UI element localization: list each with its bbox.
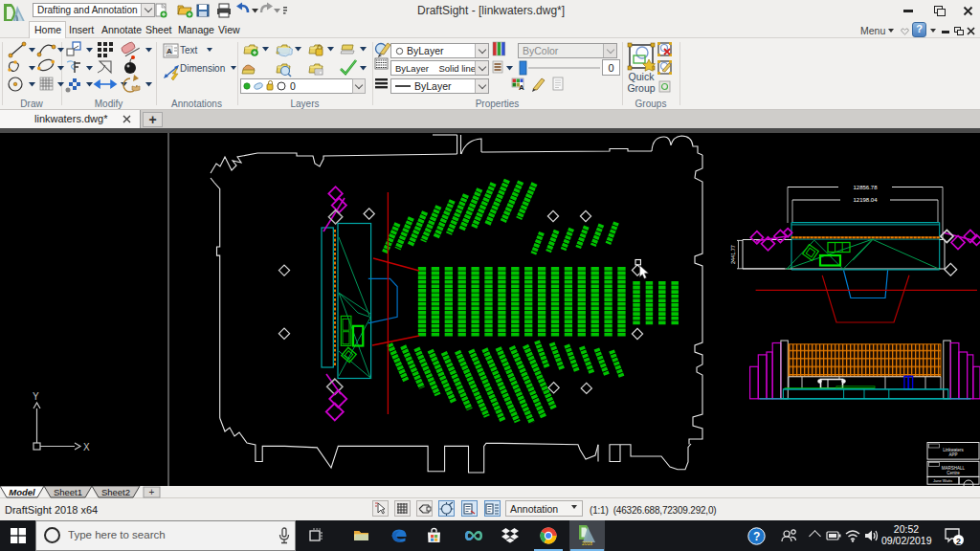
svg-text:A: A — [519, 83, 524, 92]
svg-text:MARSHALL: MARSHALL — [942, 466, 966, 471]
svg-text:2018: 2018 — [582, 540, 592, 546]
svg-text:Linkwaters: Linkwaters — [943, 448, 964, 452]
svg-text:?: ? — [753, 530, 760, 543]
svg-text:12198.04: 12198.04 — [853, 197, 878, 203]
svg-text:Sheet2: Sheet2 — [101, 487, 130, 497]
svg-text:Centre: Centre — [947, 471, 960, 475]
svg-text:Model: Model — [9, 487, 35, 497]
svg-text:Sheet1: Sheet1 — [54, 487, 82, 497]
svg-text:APP: APP — [948, 452, 957, 457]
svg-text:+: + — [149, 487, 155, 497]
svg-text:Jane Watts: Jane Watts — [933, 478, 952, 483]
svg-text:0: 0 — [290, 80, 296, 92]
svg-text:2441.77: 2441.77 — [730, 245, 736, 264]
svg-text:Y: Y — [33, 391, 39, 402]
svg-text:A: A — [167, 47, 172, 55]
svg-text:2: 2 — [956, 537, 961, 546]
svg-text:X: X — [83, 442, 90, 452]
svg-text:12856.78: 12856.78 — [853, 185, 878, 190]
